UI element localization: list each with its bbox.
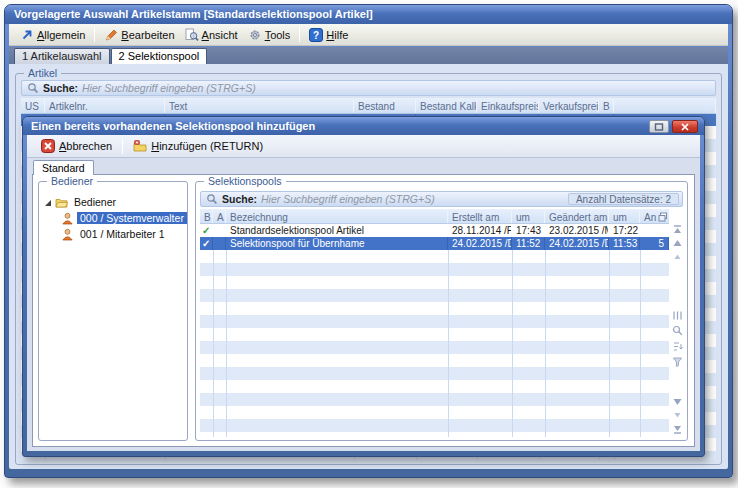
active-checkmark: ✓ (200, 224, 213, 237)
dialog-panel: Bediener Bediener (32, 174, 695, 447)
column-chooser-icon (658, 212, 668, 222)
search-icon (206, 193, 218, 205)
column-header-filler (614, 99, 716, 113)
svg-text:?: ? (313, 29, 319, 40)
help-icon: ? (309, 28, 323, 42)
column-header-erstellt-am[interactable]: Erstellt am (448, 210, 512, 223)
list-side-toolbar (670, 222, 684, 437)
cell-bezeichnung: Standardselektionspool Artikel (226, 224, 448, 237)
menu-allgemein-label: Allgemein (37, 29, 85, 41)
menu-separator (299, 27, 300, 42)
menu-ansicht[interactable]: Ansicht (180, 26, 243, 44)
column-header-bestand[interactable]: Bestand (354, 99, 416, 113)
column-header-bestand-kalk[interactable]: Bestand Kalk. (416, 99, 477, 113)
pools-search-bar[interactable]: Suche: Hier Suchbegriff eingeben (STRG+S… (200, 191, 683, 207)
artikel-table-header: US Artikelnr. Text Bestand Bestand Kalk.… (21, 98, 716, 114)
active-checkmark: ✓ (200, 237, 213, 250)
menu-hilfe-label: Hilfe (326, 29, 348, 41)
tab-strip: 1 Artikelauswahl 2 Selektionspool (9, 47, 728, 64)
user-icon (61, 228, 74, 241)
tree-item-systemverwalter[interactable]: 000 / Systemverwalter (43, 210, 185, 226)
dialog-toolbar: Abbrechen Hinzufügen (RETURN) (27, 135, 700, 158)
abbrechen-button[interactable]: Abbrechen (35, 137, 118, 155)
column-header-einkaufspreis[interactable]: Einkaufspreis (477, 99, 539, 113)
column-header-us[interactable]: US (21, 99, 45, 113)
tab-artikelauswahl[interactable]: 1 Artikelauswahl (14, 48, 110, 64)
table-row[interactable]: ✓ Standardselektionspool Artikel 28.11.2… (200, 224, 669, 237)
menu-allgemein[interactable]: Allgemein (15, 26, 90, 44)
sort-icon[interactable] (672, 341, 683, 352)
edit-tool-icon (104, 28, 118, 42)
column-header-text[interactable]: Text (165, 99, 354, 113)
tree-item-label[interactable]: 001 / Mitarbeiter 1 (77, 228, 168, 240)
column-header-b[interactable]: B (599, 99, 614, 113)
page-down-icon[interactable] (672, 410, 683, 421)
tree-node-label[interactable]: Bediener (71, 196, 119, 208)
abbrechen-label: Abbrechen (59, 140, 112, 152)
cell-geaendert-um: 11:53 (609, 237, 640, 250)
menu-bearbeiten-label: Bearbeiten (121, 29, 174, 41)
cell-erstellt-um: 11:52 (512, 237, 545, 250)
menu-bearbeiten[interactable]: Bearbeiten (99, 26, 179, 44)
pools-search-placeholder: Hier Suchbegriff eingeben (STRG+S) (261, 193, 435, 205)
folder-add-icon (133, 139, 147, 153)
menu-ansicht-label: Ansicht (202, 29, 238, 41)
column-header-geaendert-am[interactable]: Geändert am (545, 210, 609, 223)
filter-icon[interactable] (672, 356, 683, 367)
cell-erstellt-um: 17:43 (512, 224, 545, 237)
dialog-body: Abbrechen Hinzufügen (RETURN) Standard B… (27, 135, 700, 451)
hinzufuegen-button[interactable]: Hinzufügen (RETURN) (127, 137, 269, 155)
artikel-search-placeholder: Hier Suchbegriff eingeben (STRG+S) (82, 82, 256, 94)
tree-item-label[interactable]: 000 / Systemverwalter (77, 212, 187, 224)
column-header-verkaufspreis[interactable]: Verkaufspreis (539, 99, 599, 113)
cell-an: 5 (640, 237, 669, 250)
menu-tools[interactable]: Tools (243, 26, 296, 44)
column-header-a[interactable]: A (213, 210, 226, 223)
scroll-bottom-icon[interactable] (672, 424, 683, 435)
arrow-ne-icon (20, 28, 34, 42)
restore-button[interactable] (649, 120, 669, 133)
tab-selektionspool[interactable]: 2 Selektionspool (111, 48, 208, 64)
folder-icon (55, 196, 68, 209)
tab-standard[interactable]: Standard (33, 160, 94, 175)
pools-table-header: B A Bezeichnung Erstellt am um Geändert … (200, 209, 669, 224)
view-magnifier-icon (185, 28, 199, 42)
cell-erstellt-am: 24.02.2015 /Di (448, 237, 512, 250)
pools-search-label: Suche: (222, 193, 257, 205)
cell-bezeichnung: Selektionspool für Übernhame (226, 237, 448, 250)
column-options-icon[interactable] (672, 310, 683, 321)
column-header-b[interactable]: B (200, 210, 213, 223)
cancel-x-icon (41, 139, 55, 153)
artikel-legend: Artikel (24, 67, 61, 80)
table-row-selected[interactable]: ✓ Selektionspool für Übernhame 24.02.201… (200, 237, 669, 250)
selektionspools-legend: Selektionspools (204, 175, 286, 188)
column-header-um[interactable]: um (609, 210, 640, 223)
column-header-an[interactable]: An (640, 210, 669, 223)
close-button[interactable] (672, 120, 698, 133)
scroll-up-icon[interactable] (672, 238, 683, 249)
bediener-legend: Bediener (47, 175, 97, 188)
artikel-search-bar[interactable]: Suche: Hier Suchbegriff eingeben (STRG+S… (21, 80, 716, 96)
search-list-icon[interactable] (672, 325, 683, 336)
cell-an (640, 224, 669, 237)
window-titlebar[interactable]: Vorgelagerte Auswahl Artikelstamm [Stand… (5, 5, 732, 24)
page-up-icon[interactable] (672, 251, 683, 262)
scroll-down-icon[interactable] (672, 396, 683, 407)
window-title: Vorgelagerte Auswahl Artikelstamm [Stand… (14, 8, 373, 20)
toolbar-separator (122, 138, 123, 154)
column-header-um[interactable]: um (512, 210, 545, 223)
dialog-titlebar[interactable]: Einen bereits vorhandenen Selektionspool… (23, 117, 704, 135)
scroll-top-icon[interactable] (672, 224, 683, 235)
column-header-bezeichnung[interactable]: Bezeichnung (226, 210, 448, 223)
tree-expander-icon[interactable] (43, 198, 52, 207)
record-count-badge: Anzahl Datensätze: 2 (568, 193, 679, 205)
pools-row-area[interactable] (200, 250, 669, 437)
column-header-artikelnr[interactable]: Artikelnr. (45, 99, 165, 113)
menu-hilfe[interactable]: ? Hilfe (304, 26, 353, 44)
bediener-groupbox: Bediener Bediener (38, 181, 188, 441)
tree-node-bediener[interactable]: Bediener (43, 194, 185, 210)
dialog-title: Einen bereits vorhandenen Selektionspool… (31, 120, 315, 132)
tree-item-mitarbeiter[interactable]: 001 / Mitarbeiter 1 (43, 226, 185, 242)
bediener-tree: Bediener 000 / Systemverwalter 001 / Mit… (43, 194, 185, 242)
cell-geaendert-am: 23.02.2015 /Mo (545, 224, 609, 237)
